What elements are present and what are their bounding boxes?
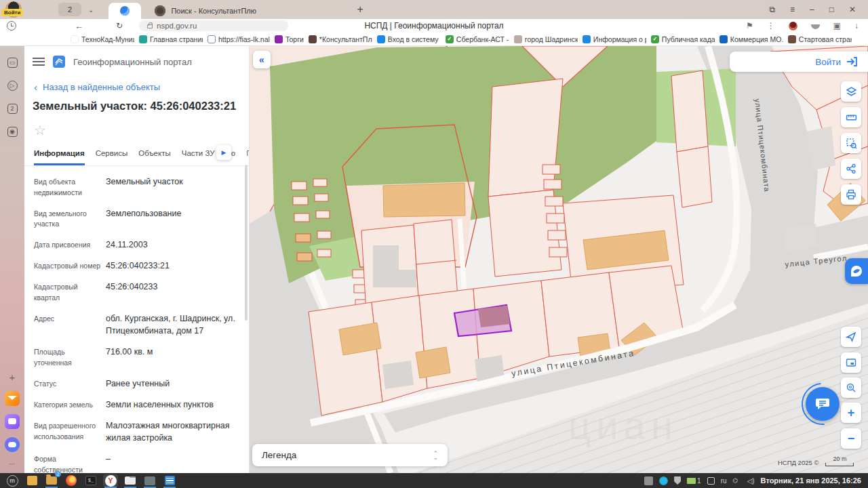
tab-consultant[interactable]: Поиск - КонсультантПлю: [149, 3, 339, 19]
map-login-button[interactable]: Войти: [730, 52, 868, 72]
share-button[interactable]: [841, 159, 861, 179]
maximize-button[interactable]: □: [829, 5, 834, 14]
field-row: Вид земельного участкаЗемлепользование: [34, 207, 242, 230]
tabs-scroll-right-button[interactable]: ▶: [216, 145, 231, 160]
tab-objects[interactable]: Объекты: [138, 149, 170, 165]
bookmark-item[interactable]: Коммерция МО.х: [719, 35, 783, 43]
select-area-icon: [846, 138, 857, 149]
yandex-mail-icon[interactable]: [5, 391, 20, 406]
window-app-icon[interactable]: [142, 474, 157, 487]
bookmark-item[interactable]: Торги: [275, 35, 304, 43]
tab-overflow-next[interactable]: П: [246, 149, 249, 165]
tab-information[interactable]: Информация: [34, 149, 85, 165]
my-location-button[interactable]: [841, 327, 861, 347]
tab-overview-icon[interactable]: ⧉: [769, 5, 775, 14]
panels-icon[interactable]: ▭: [5, 56, 19, 69]
bookmark-item[interactable]: *КонсультантПлю: [309, 35, 372, 43]
tab-services[interactable]: Сервисы: [96, 149, 128, 165]
bookmark-item[interactable]: Главная страниц: [139, 35, 203, 43]
tab-parts[interactable]: Части ЗУ: [182, 149, 215, 165]
building-orange: [383, 183, 465, 217]
taskbar-clock[interactable]: Вторник, 21 янв 2025, 16:26: [761, 476, 861, 485]
portal-logo-icon: [53, 56, 65, 68]
bookmark-item[interactable]: Стартовая стран: [788, 35, 852, 43]
sidebar-more-icon[interactable]: ⋯: [9, 460, 16, 468]
firefox-icon[interactable]: [64, 474, 79, 487]
nspd-favicon: [120, 6, 130, 16]
favorite-star-icon[interactable]: ☆: [34, 122, 52, 138]
shield-tray-icon[interactable]: [674, 476, 681, 485]
yandex-browser-icon[interactable]: Y: [103, 474, 118, 487]
layers-button[interactable]: [841, 81, 861, 102]
mail-app-icon[interactable]: [123, 474, 138, 487]
panel-tabs: Информация Сервисы Объекты Части ЗУ Сост…: [24, 138, 249, 166]
bookmark-favicon: [208, 35, 216, 43]
system-taskbar: m 2 $_ Y 1 ru ⌬ ◁) Вторник, 21 янв 2025,…: [0, 473, 868, 488]
select-area-button[interactable]: [841, 133, 861, 153]
bookmark-item[interactable]: ✓Публичная кадас: [651, 35, 715, 43]
bookmarks-bar: МТехноКад-Муниц Главная страниц https://…: [0, 33, 868, 46]
zoom-out-button[interactable]: −: [841, 428, 861, 449]
panel-collapse-button[interactable]: «: [253, 51, 271, 68]
measure-button[interactable]: [841, 107, 861, 127]
browser-sidebar: ▭ ▷ 2 ◉ + ⋯: [0, 46, 24, 473]
start-menu-button[interactable]: m: [5, 474, 20, 487]
back-to-results-link[interactable]: ‹ Назад в найденные объекты: [24, 70, 249, 93]
overview-frame-button[interactable]: [841, 352, 861, 373]
print-button[interactable]: [841, 184, 861, 205]
tab-counter[interactable]: 2: [58, 3, 81, 16]
network-tray-icon[interactable]: ⌬: [733, 477, 741, 484]
object-info-panel: Геоинформационный портал ‹ Назад в найде…: [24, 46, 250, 473]
new-tab-button[interactable]: +: [357, 3, 363, 16]
zoom-in-button[interactable]: +: [841, 403, 861, 423]
legend-toggle[interactable]: Легенда ⌃⌄: [252, 444, 448, 466]
tab-list-chevron-icon[interactable]: ⌄: [88, 6, 94, 14]
battery-tray-icon[interactable]: [707, 477, 715, 485]
messenger-icon[interactable]: [5, 414, 20, 429]
layers-icon: [846, 86, 857, 98]
bookmark-favicon: [719, 35, 728, 43]
alice-assistant-icon[interactable]: [5, 437, 20, 452]
nspd-logo-button[interactable]: [845, 258, 868, 284]
tray-app-icon[interactable]: [644, 476, 653, 485]
profile-login-badge: Войти: [1, 9, 23, 16]
notes-app-icon[interactable]: [24, 474, 39, 487]
bookmark-item[interactable]: ✓Сбербанк-АСТ - З: [446, 35, 509, 43]
watermark-text: циан: [568, 403, 678, 447]
add-panel-icon[interactable]: +: [9, 371, 16, 383]
file-manager-icon[interactable]: 2: [44, 474, 59, 487]
profile-area[interactable]: Войти: [0, 0, 27, 19]
map-scale-bar: 20 m: [825, 463, 854, 466]
close-button[interactable]: ✕: [849, 5, 856, 14]
camera-icon[interactable]: ◉: [5, 125, 19, 138]
menu-icon[interactable]: [33, 58, 45, 66]
play-icon[interactable]: ▷: [5, 79, 19, 92]
coordinate-search-button[interactable]: [841, 378, 861, 398]
minimize-button[interactable]: –: [810, 5, 814, 14]
bookmark-favicon: [309, 35, 317, 43]
panel-scrollbar[interactable]: [245, 165, 248, 321]
field-row: Дата присвоения24.11.2003: [34, 239, 242, 251]
bookmark-item[interactable]: Вход в систему ::: [377, 35, 441, 43]
volume-tray-icon[interactable]: ◁): [747, 477, 755, 485]
tab-title: Поиск - КонсультантПлю: [171, 7, 256, 15]
tab-active-nspd[interactable]: [108, 3, 141, 19]
printer-tray-icon[interactable]: 1: [687, 477, 701, 485]
language-indicator[interactable]: ru: [721, 477, 727, 485]
map-canvas[interactable]: циан улица Птицекомбината улица Птицеком…: [250, 46, 868, 473]
bookmark-item[interactable]: МТехноКад-Муниц: [71, 35, 134, 43]
bookmark-favicon: М: [71, 35, 79, 43]
screen: Войти 2 ⌄ Поиск - КонсультантПлю + ⧉ ≡ –…: [0, 0, 868, 488]
tabs-count-icon[interactable]: 2: [5, 102, 19, 115]
document-app-icon[interactable]: [162, 474, 177, 487]
chat-bubble-icon: [814, 396, 831, 412]
terminal-icon[interactable]: $_: [83, 474, 98, 487]
bookmark-item[interactable]: Информация о р: [583, 35, 646, 43]
field-row: Кадастровый номер45:26:040233:21: [34, 260, 242, 272]
browser-menu-icon[interactable]: ≡: [790, 5, 795, 14]
chat-button[interactable]: [806, 387, 840, 421]
bookmark-item[interactable]: https://fias-lk.nal: [208, 35, 270, 43]
search-coordinates-icon: [846, 382, 856, 393]
sync-tray-icon[interactable]: [659, 476, 668, 485]
bookmark-item[interactable]: город Шадринск: [514, 35, 578, 43]
